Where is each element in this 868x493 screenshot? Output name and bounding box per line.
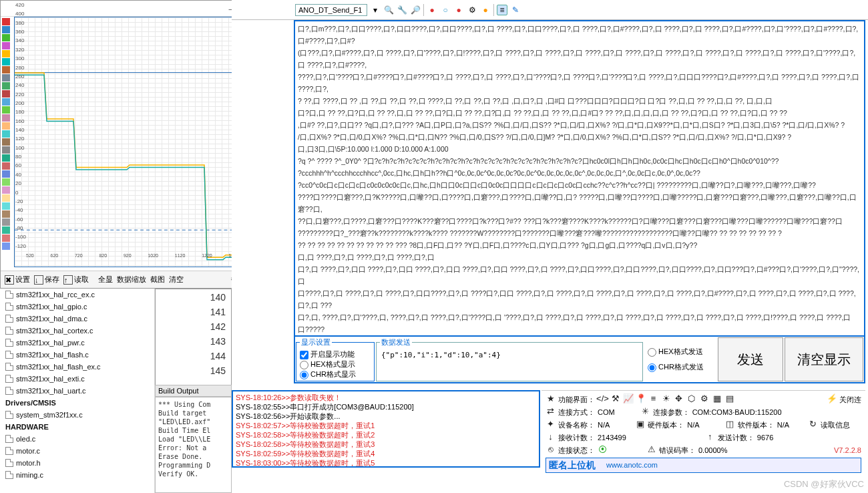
channel-color-swatch[interactable] (2, 26, 10, 33)
search-icon[interactable]: 🔍 (383, 5, 394, 15)
host-url-link[interactable]: www.anotc.com (606, 459, 658, 472)
channel-color-swatch[interactable] (2, 58, 10, 65)
line-number-gutter: 140141142143144145 (155, 289, 232, 385)
channel-color-swatch[interactable] (2, 186, 10, 194)
gear-icon[interactable]: ⚙ (467, 5, 477, 15)
list2-icon[interactable]: ≡ (648, 393, 658, 403)
tree-file[interactable]: stm32f1xx_hal_pwr.c (0, 337, 154, 349)
tree-file[interactable]: motor.h (0, 457, 154, 469)
tree-file[interactable]: stm32f1xx_hal_dma.c (0, 313, 154, 325)
channel-color-swatch[interactable] (2, 162, 10, 170)
search-field[interactable] (295, 4, 367, 16)
channel-color-swatch[interactable] (2, 234, 10, 242)
tree-group[interactable]: Drivers/CMSIS (0, 397, 154, 409)
record-icon[interactable]: ● (427, 5, 437, 15)
channel-color-swatch[interactable] (2, 178, 10, 186)
wave-load-button[interactable]: ↑读取 (62, 275, 90, 285)
edit-icon[interactable]: ✎ (510, 5, 521, 15)
tree-file[interactable]: stm32f1xx_hal_exti.c (0, 373, 154, 385)
wrench-icon[interactable]: 🔧 (397, 5, 407, 15)
tree-file[interactable]: stm32f1xx_hal_gpio.c (0, 301, 154, 313)
file-icon (5, 471, 13, 479)
wave-capture-button[interactable]: 截图 (149, 275, 166, 285)
hex-display-radio[interactable]: HEX格式显示 (300, 360, 355, 368)
gear2-icon[interactable]: ⚙ (699, 393, 709, 403)
sparkle-icon: ✳ (640, 406, 650, 416)
sun-icon[interactable]: ☀ (661, 393, 671, 403)
file-icon (5, 315, 13, 323)
channel-color-swatch[interactable] (2, 170, 10, 178)
channel-color-swatch[interactable] (2, 218, 10, 226)
channel-color-swatch[interactable] (2, 74, 10, 81)
channel-color-swatch[interactable] (2, 242, 10, 250)
tree-file[interactable]: niming.c (0, 469, 154, 481)
wave-zoom-button[interactable]: 数据缩放 (116, 275, 148, 285)
link-icon: ⇄ (546, 406, 556, 416)
find-icon[interactable]: 🔎 (410, 5, 421, 15)
channel-color-swatch[interactable] (2, 34, 10, 41)
wave-clear-button[interactable]: 清空 (168, 275, 185, 285)
serial-dump[interactable]: 口?,口m???,口?,口口????,口?,口口????,口?,口口????,口… (295, 21, 864, 335)
refresh-icon[interactable]: ↻ (808, 419, 818, 429)
send-data-textarea[interactable] (380, 349, 639, 379)
chr-send-radio[interactable]: CHR格式发送 (648, 363, 704, 371)
grid-icon[interactable]: ▦ (712, 393, 722, 403)
ok-icon: ⦿ (598, 444, 608, 454)
project-tree[interactable]: stm32f1xx_hal_rcc_ex.cstm32f1xx_hal_gpio… (0, 289, 155, 493)
clear-display-button[interactable]: 清空显示 (785, 337, 863, 381)
channel-color-swatch[interactable] (2, 114, 10, 122)
aperture-icon[interactable]: ⬡ (686, 393, 696, 403)
file-icon (5, 375, 13, 383)
tree-file[interactable]: stm32f1xx_hal_uart.c (0, 385, 154, 397)
stop-icon[interactable]: ○ (440, 5, 451, 15)
channel-color-swatch[interactable] (2, 130, 10, 138)
chart-icon[interactable]: 📈 (623, 393, 633, 403)
channel-color-swatch[interactable] (2, 98, 10, 106)
channel-color-swatch[interactable] (2, 138, 10, 146)
pin-icon[interactable]: 📍 (636, 393, 646, 403)
tree-file[interactable]: stm32f1xx_hal_flash_ex.c (0, 361, 154, 373)
channel-color-swatch[interactable] (2, 42, 10, 49)
tree-file[interactable]: stm32f1xx_hal_cortex.c (0, 325, 154, 337)
channel-color-swatch[interactable] (2, 18, 10, 25)
wave-settings-button[interactable]: ✖设置 (3, 275, 31, 285)
system-log[interactable]: SYS-18:10:26>>参数读取失败！ SYS-18:02:55>>串口打开… (232, 390, 540, 468)
hex-send-radio[interactable]: HEX格式发送 (648, 347, 703, 355)
tree-file[interactable]: oled.c (0, 433, 154, 445)
tree-file[interactable]: motor.c (0, 445, 154, 457)
channel-color-swatch[interactable] (2, 122, 10, 130)
file-icon (5, 447, 13, 455)
code-icon[interactable]: </> (598, 393, 608, 403)
channel-color-swatch[interactable] (2, 202, 10, 210)
tree-group[interactable]: HARDWARE (0, 421, 154, 433)
channel-color-swatch[interactable] (2, 154, 10, 162)
wave-save-button[interactable]: ↓保存 (33, 275, 61, 285)
main-toolbar: ▾ 🔍 🔧 🔎 ● ○ ● ⚙ ● ≡ ✎ (232, 0, 868, 20)
channel-color-swatch[interactable] (2, 90, 10, 98)
enable-display-checkbox[interactable]: 开启显示功能 (300, 350, 355, 358)
orange-dot-icon[interactable]: ● (480, 5, 491, 15)
channel-color-swatch[interactable] (2, 82, 10, 90)
wave-fullscreen-button[interactable]: 全显 (97, 275, 114, 285)
channel-color-swatch[interactable] (2, 50, 10, 57)
move-icon[interactable]: ✥ (674, 393, 684, 403)
bolt-icon[interactable]: ⚡ (827, 393, 837, 403)
channel-color-swatch[interactable] (2, 66, 10, 73)
file-icon (5, 363, 13, 371)
channel-color-swatch[interactable] (2, 106, 10, 114)
tree-file[interactable]: stm32f1xx_hal_rcc_ex.c (0, 289, 154, 301)
build-output-body: *** Using ComBuild target "LED\LED.axf"B… (155, 397, 232, 493)
table-icon[interactable]: ▤ (724, 393, 734, 403)
tree-file[interactable]: stm32f1xx_hal_flash.c (0, 349, 154, 361)
tree-file[interactable]: system_stm32f1xx.c (0, 409, 154, 421)
tree-icon[interactable]: ⚒ (610, 393, 620, 403)
chr-display-radio[interactable]: CHR格式显示 (300, 370, 356, 378)
channel-color-swatch[interactable] (2, 194, 10, 202)
dropdown-icon[interactable]: ▾ (370, 5, 381, 15)
list-icon[interactable]: ≡ (497, 5, 507, 15)
send-button[interactable]: 发送 (718, 337, 783, 381)
channel-color-swatch[interactable] (2, 146, 10, 154)
channel-color-swatch[interactable] (2, 226, 10, 234)
red-dot-icon[interactable]: ● (453, 5, 464, 15)
channel-color-swatch[interactable] (2, 210, 10, 218)
